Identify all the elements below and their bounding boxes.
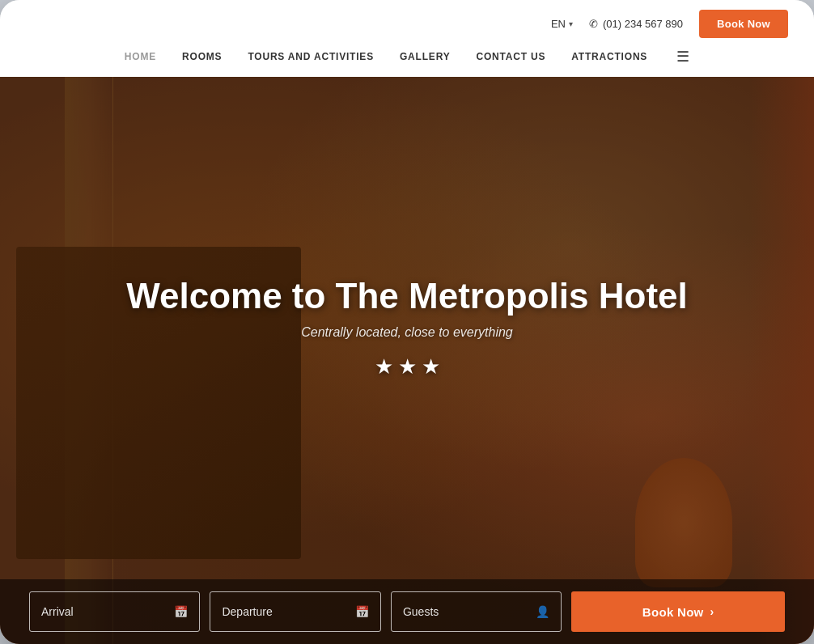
nav-item-rooms[interactable]: ROOMS xyxy=(182,51,222,62)
hero-content: Welcome to The Metropolis Hotel Centrall… xyxy=(0,77,814,579)
guests-person-icon: 👤 xyxy=(536,605,549,618)
hero-title: Welcome to The Metropolis Hotel xyxy=(126,277,687,316)
navigation-bar: HOME ROOMS TOURS AND ACTIVITIES GALLERY … xyxy=(0,48,814,77)
device-frame: EN ▾ ✆ (01) 234 567 890 Book Now HOME RO… xyxy=(0,0,814,644)
language-label: EN xyxy=(551,18,566,30)
star-1: ★ xyxy=(375,354,393,379)
top-bar: EN ▾ ✆ (01) 234 567 890 Book Now xyxy=(0,0,814,48)
guests-label: Guests xyxy=(403,605,439,618)
departure-calendar-icon: 📅 xyxy=(355,605,369,618)
departure-label: Departure xyxy=(222,605,272,618)
nav-item-attractions[interactable]: ATTRACTIONS xyxy=(571,51,647,62)
phone-info: ✆ (01) 234 567 890 xyxy=(589,18,683,30)
book-now-top-button[interactable]: Book Now xyxy=(699,10,788,38)
arrival-field[interactable]: Arrival 📅 xyxy=(29,591,200,632)
star-rating: ★ ★ ★ xyxy=(375,354,440,379)
hero-subtitle: Centrally located, close to everything xyxy=(301,325,512,340)
nav-item-gallery[interactable]: GALLERY xyxy=(400,51,451,62)
booking-bar: Arrival 📅 Departure 📅 Guests 👤 Book Now … xyxy=(0,579,814,644)
star-3: ★ xyxy=(422,354,440,379)
nav-item-home[interactable]: HOME xyxy=(125,51,156,62)
arrival-calendar-icon: 📅 xyxy=(174,605,188,618)
hero-section: Welcome to The Metropolis Hotel Centrall… xyxy=(0,77,814,644)
book-now-arrow-icon: › xyxy=(710,605,714,618)
nav-item-tours[interactable]: TOURS AND ACTIVITIES xyxy=(248,51,374,62)
guests-field[interactable]: Guests 👤 xyxy=(391,591,562,632)
phone-icon: ✆ xyxy=(589,18,598,30)
book-now-bar-label: Book Now xyxy=(642,605,704,619)
hamburger-menu-icon[interactable]: ☰ xyxy=(676,48,689,66)
language-selector[interactable]: EN ▾ xyxy=(551,18,573,30)
phone-number: (01) 234 567 890 xyxy=(603,18,683,30)
book-now-bar-button[interactable]: Book Now › xyxy=(571,591,785,632)
departure-field[interactable]: Departure 📅 xyxy=(210,591,380,632)
nav-item-contact[interactable]: CONTACT US xyxy=(476,51,545,62)
arrival-label: Arrival xyxy=(41,605,74,618)
star-2: ★ xyxy=(398,354,417,379)
language-dropdown-arrow: ▾ xyxy=(569,19,573,28)
